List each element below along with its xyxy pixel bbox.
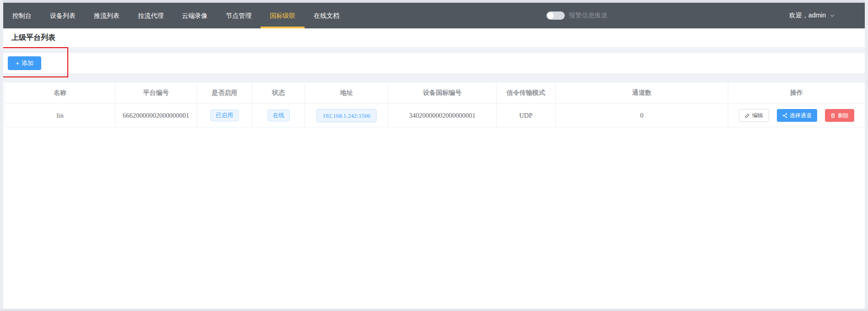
cell-gb-device-id: 34020000002000000001: [388, 104, 497, 127]
page-title: 上级平台列表: [11, 33, 55, 43]
table-body: lin 66620000002000000001 已启用 在线 192.168.…: [5, 104, 865, 127]
col-header-gb-device-id: 设备国标编号: [388, 82, 497, 104]
tab-pull-stream-proxy[interactable]: 拉流代理: [129, 3, 173, 28]
title-bar: 上级平台列表: [3, 28, 865, 47]
cell-name: lin: [5, 104, 115, 127]
row-actions: 编辑 选择通道 删除: [739, 109, 854, 122]
top-nav: 控制台 设备列表 推流列表 拉流代理 云端录像 节点管理 国标级联 在线文档 报…: [3, 3, 865, 28]
tab-online-docs[interactable]: 在线文档: [305, 3, 349, 28]
select-channel-button[interactable]: 选择通道: [777, 109, 817, 122]
col-header-actions: 操作: [728, 82, 865, 104]
delete-button-label: 删除: [838, 113, 849, 118]
tab-node-management[interactable]: 节点管理: [217, 3, 261, 28]
address-tag: 192.168.1.242:1506: [317, 109, 376, 122]
tab-console[interactable]: 控制台: [3, 3, 41, 28]
add-button[interactable]: + 添加: [8, 56, 41, 70]
col-header-name: 名称: [5, 82, 115, 104]
pencil-icon: [745, 113, 750, 118]
cell-address: 192.168.1.242:1506: [305, 104, 388, 127]
separator-band: [3, 73, 865, 82]
edit-button-label: 编辑: [752, 113, 763, 118]
status-badge: 在线: [267, 109, 290, 122]
add-button-label: 添加: [22, 59, 33, 67]
edit-button[interactable]: 编辑: [739, 109, 769, 122]
platform-table-panel: 名称 平台编号 是否启用 状态 地址 设备国标编号 信令传输模式 通道数 操作 …: [3, 82, 865, 309]
main-column: 控制台 设备列表 推流列表 拉流代理 云端录像 节点管理 国标级联 在线文档 报…: [3, 3, 865, 309]
toggle-knob: [547, 12, 554, 19]
trash-icon: [830, 113, 835, 118]
select-channel-label: 选择通道: [790, 113, 812, 118]
tab-cloud-recording[interactable]: 云端录像: [173, 3, 217, 28]
cell-actions: 编辑 选择通道 删除: [728, 104, 865, 127]
toolbar: + 添加: [3, 53, 865, 73]
col-header-transport-mode: 信令传输模式: [497, 82, 556, 104]
alarm-push-label: 报警信息推送: [569, 11, 607, 20]
user-menu[interactable]: 欢迎，admin: [789, 3, 835, 28]
app-window: 控制台 设备列表 推流列表 拉流代理 云端录像 节点管理 国标级联 在线文档 报…: [0, 0, 868, 311]
alarm-push-toggle-group: 报警信息推送: [546, 3, 607, 28]
share-icon: [782, 113, 787, 118]
col-header-platform-id: 平台编号: [115, 82, 197, 104]
plus-icon: +: [16, 60, 19, 66]
tab-gb-cascade-active[interactable]: 国标级联: [261, 3, 305, 28]
enabled-badge: 已启用: [210, 109, 239, 122]
separator-band: [3, 47, 865, 53]
col-header-address: 地址: [305, 82, 388, 104]
table-row: lin 66620000002000000001 已启用 在线 192.168.…: [5, 104, 865, 127]
cell-transport-mode: UDP: [497, 104, 556, 127]
delete-button[interactable]: 删除: [825, 109, 854, 122]
tab-device-list[interactable]: 设备列表: [41, 3, 85, 28]
col-header-channel-count: 通道数: [556, 82, 728, 104]
cell-enabled: 已启用: [197, 104, 252, 127]
window-edge-right: [865, 0, 868, 311]
window-edge-left: [0, 0, 3, 311]
chevron-down-icon: [830, 13, 835, 18]
platform-table: 名称 平台编号 是否启用 状态 地址 设备国标编号 信令传输模式 通道数 操作 …: [5, 82, 865, 127]
cell-status: 在线: [252, 104, 305, 127]
cell-channel-count: 0: [556, 104, 728, 127]
welcome-admin-text: 欢迎，admin: [789, 11, 826, 20]
alarm-push-toggle[interactable]: [546, 11, 565, 20]
window-edge-bottom: [0, 309, 868, 311]
cell-platform-id: 66620000002000000001: [115, 104, 197, 127]
table-header: 名称 平台编号 是否启用 状态 地址 设备国标编号 信令传输模式 通道数 操作: [5, 82, 865, 104]
col-header-enabled: 是否启用: [197, 82, 252, 104]
col-header-status: 状态: [252, 82, 305, 104]
tab-push-stream-list[interactable]: 推流列表: [85, 3, 129, 28]
